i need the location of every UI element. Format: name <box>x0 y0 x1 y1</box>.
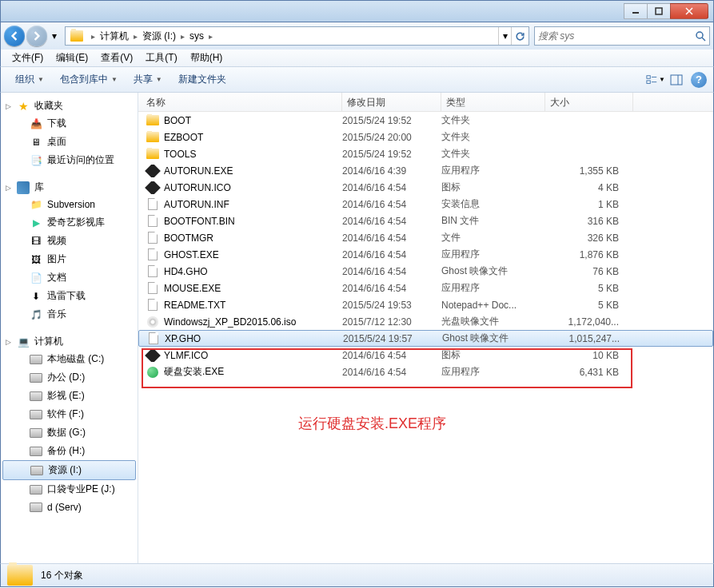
history-dropdown[interactable]: ▾ <box>49 30 60 42</box>
file-name: BOOTMGR <box>164 232 213 244</box>
table-row[interactable]: BOOT2015/5/24 19:52文件夹 <box>138 112 713 129</box>
sidebar-item-network[interactable]: d (Serv) <box>1 499 138 516</box>
file-name: AUTORUN.EXE <box>164 165 233 177</box>
table-row[interactable]: BOOTMGR2014/6/16 4:54文件326 KB <box>138 229 713 246</box>
file-date: 2014/6/16 4:39 <box>342 165 441 177</box>
minimize-button[interactable] <box>624 3 648 19</box>
table-row[interactable]: GHOST.EXE2014/6/16 4:54应用程序1,876 KB <box>138 246 713 263</box>
sidebar-libraries[interactable]: ▷库 <box>1 179 138 196</box>
breadcrumb-folder[interactable]: sys <box>186 27 207 45</box>
maximize-button[interactable] <box>647 3 671 19</box>
file-date: 2014/6/16 4:54 <box>342 283 441 294</box>
back-button[interactable] <box>4 26 25 46</box>
table-row[interactable]: MOUSE.EXE2014/6/16 4:54应用程序5 KB <box>138 280 713 296</box>
sidebar-item-drive-f[interactable]: 软件 (F:) <box>1 405 138 423</box>
sidebar-item[interactable]: ▶爱奇艺影视库 <box>1 213 138 232</box>
sidebar-item-drive-e[interactable]: 影视 (E:) <box>1 387 138 405</box>
svg-rect-6 <box>647 75 650 78</box>
drive-icon <box>30 503 42 512</box>
status-text: 16 个对象 <box>41 569 83 582</box>
table-row[interactable]: 硬盘安装.EXE2014/6/16 4:54应用程序6,431 KB <box>138 364 713 380</box>
navigation-pane[interactable]: ▷★收藏夹 📥下载 🖥桌面 📑最近访问的位置 ▷库 📁Subversion ▶爱… <box>1 93 138 563</box>
include-library-button[interactable]: 包含到库中▼ <box>52 70 126 89</box>
breadcrumb-root[interactable] <box>67 27 90 45</box>
sidebar-item[interactable]: 🖼图片 <box>1 250 138 268</box>
file-date: 2015/5/24 19:57 <box>343 333 442 344</box>
menu-edit[interactable]: 编辑(E) <box>50 50 94 66</box>
breadcrumb-computer[interactable]: 计算机 <box>97 27 132 45</box>
file-type: 应用程序 <box>441 164 545 177</box>
file-rows[interactable]: BOOT2015/5/24 19:52文件夹EZBOOT2015/5/24 20… <box>138 112 713 563</box>
sidebar-item[interactable]: 🎞视频 <box>1 232 138 250</box>
file-date: 2015/5/24 19:53 <box>342 300 441 311</box>
table-row[interactable]: YLMF.ICO2014/6/16 4:54图标10 KB <box>138 347 713 364</box>
chevron-right-icon[interactable]: ▸ <box>132 32 139 41</box>
search-input[interactable] <box>538 30 695 42</box>
view-options-button[interactable]: ▼ <box>646 70 665 89</box>
file-type: 应用程序 <box>441 248 545 261</box>
share-button[interactable]: 共享▼ <box>126 70 170 89</box>
sidebar-item[interactable]: 📄文档 <box>1 268 138 287</box>
sidebar-item-drive-c[interactable]: 本地磁盘 (C:) <box>1 350 138 368</box>
menu-tools[interactable]: 工具(T) <box>139 50 183 66</box>
table-row[interactable]: EZBOOT2015/5/24 20:00文件夹 <box>138 129 713 145</box>
column-type[interactable]: 类型 <box>441 93 545 111</box>
sidebar-item-downloads[interactable]: 📥下载 <box>1 114 138 133</box>
table-row[interactable]: BOOTFONT.BIN2014/6/16 4:54BIN 文件316 KB <box>138 213 713 229</box>
chevron-right-icon[interactable]: ▸ <box>90 32 97 41</box>
drive-icon <box>30 447 42 456</box>
table-row[interactable]: HD4.GHO2014/6/16 4:54Ghost 映像文件76 KB <box>138 263 713 280</box>
file-icon <box>146 316 159 328</box>
file-icon <box>146 148 159 161</box>
sidebar-item[interactable]: 📁Subversion <box>1 196 138 213</box>
chevron-right-icon[interactable]: ▸ <box>207 32 214 41</box>
file-icon <box>146 198 159 211</box>
file-icon <box>146 248 159 261</box>
sidebar-item-drive-d[interactable]: 办公 (D:) <box>1 368 138 387</box>
table-row[interactable]: XP.GHO2015/5/24 19:57Ghost 映像文件1,015,247… <box>138 330 713 347</box>
address-dropdown[interactable]: ▾ <box>498 27 511 45</box>
column-date[interactable]: 修改日期 <box>342 93 441 111</box>
sidebar-item[interactable]: 🎵音乐 <box>1 305 138 324</box>
search-box[interactable] <box>534 26 710 46</box>
sidebar-item-recent[interactable]: 📑最近访问的位置 <box>1 151 138 169</box>
table-row[interactable]: Windowszj_XP_BD2015.06.iso2015/7/12 12:3… <box>138 313 713 330</box>
column-name[interactable]: 名称 <box>138 93 342 111</box>
table-row[interactable]: AUTORUN.INF2014/6/16 4:54安装信息1 KB <box>138 196 713 213</box>
chevron-right-icon[interactable]: ▸ <box>179 32 186 41</box>
table-row[interactable]: AUTORUN.ICO2014/6/16 4:54图标4 KB <box>138 179 713 196</box>
sidebar-computer[interactable]: ▷💻计算机 <box>1 333 138 350</box>
column-size[interactable]: 大小 <box>545 93 633 111</box>
file-name: AUTORUN.ICO <box>164 182 231 193</box>
new-folder-button[interactable]: 新建文件夹 <box>170 70 234 89</box>
sidebar-favorites[interactable]: ▷★收藏夹 <box>1 97 138 114</box>
menu-view[interactable]: 查看(V) <box>94 50 139 66</box>
file-type: 文件 <box>441 231 545 244</box>
table-row[interactable]: TOOLS2015/5/24 19:52文件夹 <box>138 145 713 162</box>
file-size: 76 KB <box>545 266 625 277</box>
file-date: 2014/6/16 4:54 <box>342 199 441 210</box>
menu-help[interactable]: 帮助(H) <box>184 50 229 66</box>
sidebar-item-drive-j[interactable]: 口袋专业PE (J:) <box>1 480 138 499</box>
forward-button[interactable] <box>26 26 47 46</box>
file-date: 2014/6/16 4:54 <box>342 182 441 193</box>
address-bar[interactable]: ▸ 计算机 ▸ 资源 (I:) ▸ sys ▸ ▾ <box>65 26 529 46</box>
preview-pane-button[interactable] <box>667 70 686 89</box>
help-button[interactable]: ? <box>691 72 707 88</box>
sidebar-item-drive-i[interactable]: 资源 (I:) <box>2 460 136 480</box>
file-name: Windowszj_XP_BD2015.06.iso <box>164 316 296 328</box>
refresh-button[interactable] <box>511 27 529 45</box>
table-row[interactable]: README.TXT2015/5/24 19:53Notepad++ Doc..… <box>138 296 713 313</box>
file-name: BOOTFONT.BIN <box>164 216 235 227</box>
sidebar-item-drive-h[interactable]: 备份 (H:) <box>1 442 138 460</box>
organize-button[interactable]: 组织▼ <box>7 70 52 89</box>
breadcrumb-drive[interactable]: 资源 (I:) <box>139 27 179 45</box>
window-controls <box>624 3 708 19</box>
sidebar-item-desktop[interactable]: 🖥桌面 <box>1 133 138 151</box>
close-button[interactable] <box>670 3 708 19</box>
sidebar-item[interactable]: ⬇迅雷下载 <box>1 287 138 305</box>
table-row[interactable]: AUTORUN.EXE2014/6/16 4:39应用程序1,355 KB <box>138 162 713 179</box>
menu-file[interactable]: 文件(F) <box>6 50 50 66</box>
drive-icon <box>30 485 42 495</box>
sidebar-item-drive-g[interactable]: 数据 (G:) <box>1 423 138 442</box>
